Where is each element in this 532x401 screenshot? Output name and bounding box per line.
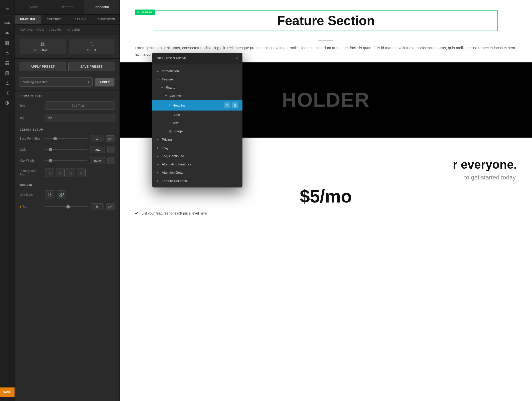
hamburger-menu-icon[interactable]: ☰ <box>3 4 12 13</box>
image-type-icon: ▣ <box>169 130 172 133</box>
subtab-customize[interactable]: CUSTOMIZE <box>93 15 119 24</box>
settings-icon[interactable] <box>3 88 12 97</box>
skeleton-close-button[interactable]: × <box>235 56 238 61</box>
save-button[interactable]: SAVE <box>0 387 15 397</box>
icon-sidebar: ☰ CSS JS SAVE <box>0 0 15 401</box>
headline-type-icon: T <box>169 104 171 107</box>
tab-elements[interactable]: Elements <box>50 0 85 14</box>
width-dots[interactable]: ··· <box>107 146 114 153</box>
tree-item-image[interactable]: ▣ Image <box>152 127 242 135</box>
tree-item-introduction[interactable]: ▶ Introduction <box>152 67 242 75</box>
tree-item-line[interactable]: — Line <box>152 111 242 119</box>
delete-button[interactable]: DELETE <box>69 39 115 54</box>
top-margin-unit[interactable]: EM <box>106 204 115 210</box>
feature-columns-arrow-icon: ▶ <box>157 179 160 182</box>
base-font-value[interactable] <box>91 135 103 142</box>
align-buttons: ≡ ≡ ≡ ≡ <box>45 168 86 177</box>
tree-item-attention[interactable]: ▶ Attention Getter <box>152 168 242 177</box>
top-margin-value[interactable] <box>91 203 103 210</box>
apply-button[interactable]: APPLY <box>95 78 114 86</box>
top-margin-slider-track[interactable] <box>45 206 88 207</box>
align-right-button[interactable]: ≡ <box>66 168 75 177</box>
svg-rect-3 <box>7 43 9 45</box>
css-icon[interactable]: CSS <box>3 18 12 27</box>
base-font-slider-thumb <box>53 137 57 140</box>
row1-label: Row 1 <box>166 86 175 89</box>
subtab-headline[interactable]: HEADLINE <box>15 15 41 24</box>
save-preset-button[interactable]: SAVE PRESET <box>68 62 115 71</box>
tree-item-headline[interactable]: T Headline ⧉ 🗑 <box>152 100 242 111</box>
svg-rect-8 <box>5 72 8 75</box>
skeleton-title: SKELETON MODE <box>157 57 186 60</box>
line-type-icon: — <box>169 113 172 117</box>
headline-label: Headline <box>173 104 185 107</box>
headline-delete-button[interactable]: 🗑 <box>232 102 238 108</box>
text-row: Text Edit Text → <box>15 99 119 112</box>
preset-row: APPLY PRESET SAVE PRESET <box>15 59 119 75</box>
base-font-row: Base Font Size EM <box>15 133 119 144</box>
max-width-value[interactable] <box>90 157 105 164</box>
breadcrumb: FEATURE → ROW → COLUMN → HEADLINE <box>15 25 119 35</box>
pages-icon[interactable] <box>3 68 12 77</box>
theme-icon[interactable] <box>3 98 12 108</box>
sub-tabs: HEADLINE CONTENT DESIGN CUSTOMIZE <box>15 15 119 25</box>
tag-label: Tag <box>20 116 42 120</box>
svg-rect-12 <box>41 43 44 45</box>
headline-selected-box[interactable]: Feature Section <box>154 10 498 31</box>
inspector-panel: Layout Elements Inspector HEADLINE CONTE… <box>15 0 120 401</box>
base-font-slider-track[interactable] <box>45 138 88 139</box>
align-left-button[interactable]: ≡ <box>45 168 54 177</box>
headline-selected-tag: ✏ Headline <box>135 10 155 15</box>
max-width-dots[interactable]: ··· <box>107 157 114 164</box>
layout-icon[interactable] <box>3 58 12 67</box>
margin-header: MARGIN <box>15 179 119 188</box>
line-label: Line <box>174 113 180 117</box>
top-tabs: Layout Elements Inspector <box>15 0 119 15</box>
undo-icon[interactable] <box>3 48 12 57</box>
tree-item-faq-continued[interactable]: ▶ FAQ Continued <box>152 152 242 160</box>
tag-select[interactable]: h2 h1 h3 h4 p <box>45 114 114 122</box>
attention-arrow-icon: ▶ <box>157 171 160 174</box>
headline-duplicate-button[interactable]: ⧉ <box>224 102 230 108</box>
column1-label: Column 1 <box>170 94 184 98</box>
duplicate-button[interactable]: DUPLICATE <box>20 39 66 54</box>
width-slider-track[interactable] <box>45 149 87 150</box>
tree-item-feature[interactable]: ▼ Feature <box>152 75 242 83</box>
action-row: DUPLICATE DELETE <box>15 35 119 59</box>
width-value[interactable] <box>90 146 105 153</box>
elements-icon[interactable] <box>3 38 12 47</box>
introduction-label: Introduction <box>162 69 179 73</box>
subtab-content[interactable]: CONTENT <box>41 15 67 24</box>
svg-point-10 <box>7 92 8 93</box>
link-icon[interactable]: 🔗 <box>57 190 66 199</box>
align-center-button[interactable]: ≡ <box>56 168 65 177</box>
base-font-unit[interactable]: EM <box>106 135 115 142</box>
unlink-icon[interactable]: ⛓ <box>45 190 54 199</box>
max-width-slider-track[interactable] <box>45 160 87 161</box>
align-justify-button[interactable]: ≡ <box>77 168 86 177</box>
tree-item-text[interactable]: T Text <box>152 119 242 127</box>
faq-arrow-icon: ▶ <box>157 146 160 149</box>
duplicate-icon <box>40 42 45 47</box>
tab-layout[interactable]: Layout <box>15 0 50 14</box>
edit-text-button[interactable]: Edit Text → <box>45 102 114 110</box>
check-icon: ✔ <box>135 211 139 216</box>
tree-item-faq[interactable]: ▶ FAQ <box>152 144 242 152</box>
separator-1 <box>4 16 11 16</box>
subtab-design[interactable]: DESIGN <box>67 15 93 24</box>
tree-item-feature-columns[interactable]: ▶ Feature Columns <box>152 177 242 185</box>
width-slider-thumb <box>49 148 52 151</box>
export-icon[interactable] <box>3 78 12 87</box>
tree-item-alternating[interactable]: ▶ Alternating Features <box>152 160 242 168</box>
max-width-slider-thumb <box>49 159 52 162</box>
js-icon[interactable]: JS <box>3 28 12 37</box>
width-row: Width ··· <box>15 144 119 155</box>
apply-preset-button[interactable]: APPLY PRESET <box>20 62 66 71</box>
tab-inspector[interactable]: Inspector <box>84 0 119 14</box>
text-label: Text <box>173 121 179 125</box>
text-label: Text <box>20 104 42 108</box>
tree-item-pricing[interactable]: ▶ Pricing <box>152 135 242 144</box>
tree-item-row1[interactable]: ▼ Row 1 <box>152 83 242 92</box>
tree-item-column1[interactable]: ▼ Column 1 <box>152 92 242 100</box>
preset-select[interactable]: Nothing Selected <box>20 77 93 87</box>
